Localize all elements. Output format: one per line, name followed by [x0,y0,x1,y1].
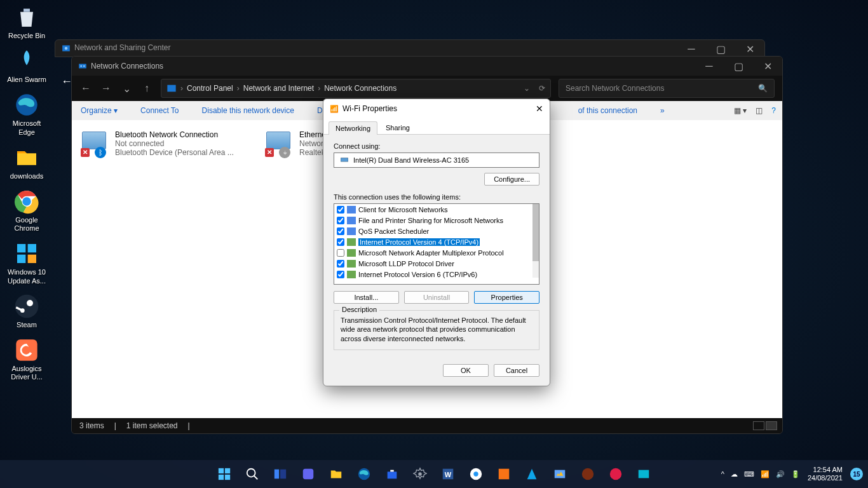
nav-up-button[interactable]: ↑ [140,83,153,94]
maximize-button[interactable]: ▢ [724,57,753,76]
properties-button[interactable]: Properties [474,291,539,304]
connection-item-bluetooth[interactable]: ✕ ᛒ Bluetooth Network Connection Not con… [81,130,246,409]
nc-titlebar[interactable]: Network Connections ─ ▢ ✕ [72,57,782,76]
desktop-icon-auslogics[interactable]: Auslogics Driver U... [3,336,51,383]
onedrive-icon[interactable]: ☁ [731,470,738,478]
protocol-checkbox[interactable] [337,249,344,257]
protocol-item[interactable]: Microsoft LLDP Protocol Driver [334,258,532,269]
widgets-button[interactable] [296,462,320,486]
task-view-button[interactable] [268,462,292,486]
configure-button[interactable]: Configure... [484,173,539,186]
search-input[interactable]: Search Network Connections 🔍 [559,79,775,98]
ok-button[interactable]: OK [443,364,489,377]
dialog-titlebar[interactable]: 📶 Wi-Fi Properties ✕ [323,99,550,118]
app-1-button[interactable] [492,462,516,486]
cancel-button[interactable]: Cancel [494,364,539,377]
protocol-item[interactable]: Microsoft Network Adapter Multiplexor Pr… [334,247,532,258]
system-tray: ^ ☁ ⌨ 📶 🔊 🔋 12:54 AM 24/08/2021 15 [721,466,863,482]
app-5-button[interactable] [604,462,628,486]
svg-point-27 [418,472,422,476]
taskbar-clock[interactable]: 12:54 AM 24/08/2021 [808,466,843,482]
protocol-item[interactable]: Internet Protocol Version 4 (TCP/IPv4) [334,236,532,247]
notification-badge[interactable]: 15 [850,468,863,480]
nav-history-dropdown[interactable]: ⌄ [120,83,133,95]
protocol-checkbox[interactable] [337,260,344,268]
uninstall-button[interactable]: Uninstall [404,291,470,304]
app-2-button[interactable] [520,462,544,486]
svg-rect-10 [16,339,37,360]
svg-rect-17 [219,468,224,473]
address-dropdown-icon[interactable]: ⌄ [524,84,530,93]
scrollbar[interactable] [532,204,539,278]
large-icons-view-button[interactable] [766,421,777,430]
desktop-icon-label: Windows 10 Update As... [4,268,50,285]
svg-point-34 [582,468,593,480]
minimize-button[interactable]: ─ [677,40,706,58]
organize-menu[interactable]: Organize ▾ [81,106,118,115]
view-options-button[interactable]: ▦ ▾ [734,106,747,115]
protocol-item[interactable]: Internet Protocol Version 6 (TCP/IPv6) [334,269,532,280]
desktop-icon-recycle-bin[interactable]: Recycle Bin [3,3,51,41]
install-button[interactable]: Install... [334,291,399,304]
protocol-checkbox[interactable] [337,227,344,235]
desktop-icon-downloads[interactable]: downloads [3,143,51,182]
details-view-button[interactable] [753,421,764,430]
tab-networking[interactable]: Networking [329,121,377,135]
close-button[interactable]: ✕ [536,104,543,114]
protocol-item[interactable]: File and Printer Sharing for Microsoft N… [334,215,532,226]
start-button[interactable] [212,462,236,486]
keyboard-icon[interactable]: ⌨ [744,470,754,478]
protocol-checkbox[interactable] [337,238,344,246]
maximize-button[interactable]: ▢ [706,40,735,58]
minimize-button[interactable]: ─ [695,57,724,76]
protocol-checkbox[interactable] [337,271,344,278]
desktop-icon-alien-swarm[interactable]: Alien Swarm [3,46,51,85]
chrome-taskbar-button[interactable] [464,462,488,486]
tab-sharing[interactable]: Sharing [379,121,417,134]
svg-rect-13 [79,64,86,69]
desktop-icon-steam[interactable]: Steam [3,292,51,330]
scrollbar-thumb[interactable] [532,204,539,261]
nav-back-button[interactable]: ← [79,83,92,94]
desktop-icon-win10-update[interactable]: Windows 10 Update As... [3,239,51,286]
close-button[interactable]: ✕ [735,40,764,58]
breadcrumb-item[interactable]: Network Connections [324,84,397,93]
protocol-item[interactable]: Client for Microsoft Networks [334,204,532,215]
app-4-button[interactable] [576,462,600,486]
refresh-icon[interactable]: ⟳ [539,84,545,93]
desktop-icon-edge[interactable]: Microsoft Edge [3,90,51,137]
desktop-icon-label: Auslogics Driver U... [4,365,50,381]
clock-time: 12:54 AM [808,466,843,474]
close-button[interactable]: ✕ [753,57,782,76]
settings-button[interactable] [408,462,432,486]
store-button[interactable] [380,462,404,486]
status-items-count: 3 items [79,421,104,430]
desktop-icon-chrome[interactable]: Google Chrome [3,187,51,234]
svg-point-35 [610,468,621,480]
app-6-button[interactable] [632,462,656,486]
preview-pane-button[interactable]: ◫ [756,106,763,115]
word-button[interactable]: W [436,462,460,486]
battery-icon[interactable]: 🔋 [791,470,800,478]
disable-device-button[interactable]: Disable this network device [202,106,294,115]
svg-rect-6 [28,255,36,263]
app-3-button[interactable] [548,462,572,486]
protocol-checkbox[interactable] [337,217,344,224]
edge-taskbar-button[interactable] [352,462,376,486]
more-chevron-icon[interactable]: » [660,106,665,115]
nav-forward-button[interactable]: → [100,83,112,94]
breadcrumb-item[interactable]: Network and Internet [243,84,314,93]
volume-icon[interactable]: 🔊 [776,470,785,478]
help-icon[interactable]: ? [771,106,776,115]
connect-to-button[interactable]: Connect To [140,106,179,115]
description-group: Description Transmission Control Protoco… [334,310,539,350]
wifi-tray-icon[interactable]: 📶 [761,470,770,478]
protocol-checkbox[interactable] [337,206,344,214]
search-button[interactable] [240,462,264,486]
explorer-button[interactable] [324,462,348,486]
tray-chevron-icon[interactable]: ^ [721,470,724,478]
address-bar[interactable]: › Control Panel › Network and Internet ›… [161,79,551,98]
breadcrumb-item[interactable]: Control Panel [187,84,233,93]
protocol-item[interactable]: QoS Packet Scheduler [334,226,532,236]
parent-window-title: Network and Sharing Center [74,43,170,52]
